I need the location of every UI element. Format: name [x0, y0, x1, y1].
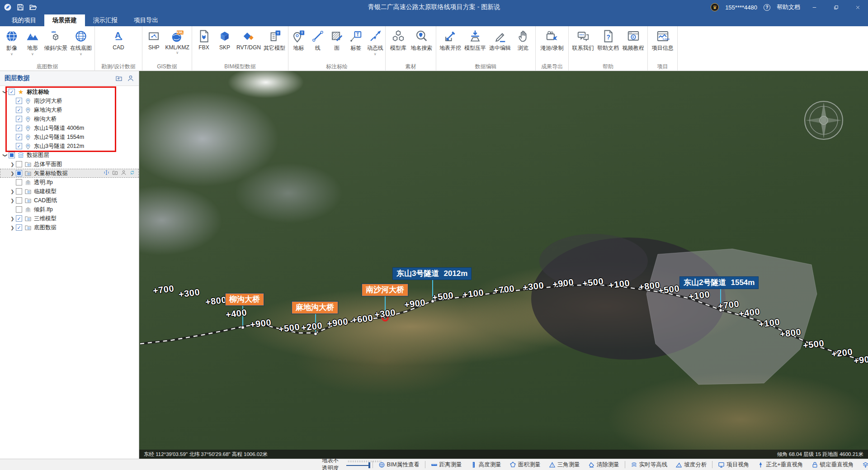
ribbon-button-SHP[interactable]: SHP: [145, 29, 163, 51]
bridge-label-麻地沟大桥[interactable]: 麻地沟大桥: [292, 301, 338, 314]
ribbon-button-RVT/DGN[interactable]: RVT/DGN: [236, 29, 261, 51]
bridge-label-柳沟大桥[interactable]: 柳沟大桥: [225, 293, 264, 306]
tab-项目导出[interactable]: 项目导出: [126, 14, 166, 26]
ribbon-button-地形[interactable]: 地形∨: [24, 29, 42, 56]
layer-tree-item-矢量标绘数据[interactable]: ❯矢量标绘数据: [0, 169, 139, 178]
layer-tree-item-麻地沟大桥[interactable]: ✓麻地沟大桥: [0, 105, 139, 114]
expand-arrow-icon[interactable]: ❯: [9, 171, 16, 176]
ribbon-button-选中编辑[interactable]: 选中编辑: [489, 29, 511, 52]
tab-我的项目[interactable]: 我的项目: [4, 14, 44, 26]
surface-opacity-slider[interactable]: [346, 461, 371, 468]
layer-checkbox[interactable]: ✓: [16, 125, 22, 131]
layer-checkbox[interactable]: [16, 179, 22, 185]
close-button[interactable]: [850, 1, 865, 13]
tab-演示汇报[interactable]: 演示汇报: [85, 14, 126, 26]
expand-arrow-icon[interactable]: ❯: [9, 225, 16, 230]
layer-checkbox[interactable]: ✓: [16, 143, 22, 149]
layer-checkbox[interactable]: [16, 197, 22, 204]
ribbon-button-帮助文档[interactable]: ?帮助文档: [597, 29, 619, 52]
layer-tree-item-临建模型[interactable]: ❯临建模型: [0, 187, 139, 196]
ribbon-button-SKP[interactable]: SKP: [216, 29, 234, 51]
help-circle-icon[interactable]: ?: [764, 4, 770, 11]
collapse-folders-icon[interactable]: [115, 75, 123, 82]
slider-handle[interactable]: [368, 462, 370, 468]
expand-arrow-icon[interactable]: ❯: [9, 216, 16, 221]
tab-场景搭建[interactable]: 场景搭建: [44, 14, 85, 26]
ribbon-button-影像[interactable]: 影像∨: [3, 29, 21, 56]
add-folder-action[interactable]: [112, 170, 118, 177]
tool-坡度分析[interactable]: 坡度分析: [671, 461, 711, 469]
expand-arrow-icon[interactable]: ❯: [9, 189, 16, 194]
sync-action[interactable]: [129, 170, 135, 177]
expand-arrow-icon[interactable]: ❯: [9, 162, 16, 167]
layer-checkbox[interactable]: [16, 206, 22, 213]
ribbon-button-浏览[interactable]: 浏览: [514, 29, 532, 52]
ribbon-button-标签[interactable]: T标签: [347, 29, 365, 52]
layer-tree-item-透明.lfp[interactable]: 透明.lfp: [0, 178, 139, 187]
ribbon-button-地名搜索[interactable]: 地名搜索: [410, 29, 432, 52]
chevron-down-icon[interactable]: ∨: [80, 52, 82, 56]
tool-正北+垂直视角[interactable]: 正北+垂直视角: [753, 461, 807, 469]
layer-checkbox[interactable]: [9, 152, 15, 158]
compass-icon[interactable]: [805, 101, 843, 139]
tool-高度测量[interactable]: 高度测量: [466, 461, 505, 469]
tool-项目视角[interactable]: 项目视角: [714, 461, 753, 469]
layer-tree-item-总体平面图[interactable]: ❯总体平面图: [0, 160, 139, 169]
layer-tree-item-三维模型[interactable]: ❯✓三维模型: [0, 214, 139, 223]
minimize-button[interactable]: [807, 1, 822, 13]
tool-地下视角[interactable]: 地下视角: [858, 461, 868, 469]
layer-checkbox[interactable]: ✓: [16, 134, 22, 140]
ribbon-button-地标[interactable]: T地标: [289, 29, 307, 52]
ribbon-button-模型压平[interactable]: 模型压平: [464, 29, 486, 52]
chevron-down-icon[interactable]: ∨: [176, 51, 179, 54]
rename-action[interactable]: [104, 170, 109, 177]
ribbon-button-漫游/录制[interactable]: 漫游/录制: [540, 29, 563, 52]
tool-三角测量[interactable]: 三角测量: [545, 461, 584, 469]
plot-user-icon[interactable]: [127, 75, 134, 82]
tunnel-label-东山3号隧道[interactable]: 东山3号隧道2012m: [392, 267, 472, 280]
ribbon-button-线[interactable]: 线: [309, 29, 327, 52]
tool-清除测量[interactable]: 清除测量: [584, 461, 623, 469]
ribbon-button-视频教程[interactable]: 视频教程: [623, 29, 644, 52]
layer-checkbox[interactable]: ✓: [16, 107, 22, 113]
open-folder-icon[interactable]: [29, 3, 37, 11]
layer-checkbox[interactable]: ✓: [16, 224, 22, 231]
tunnel-label-东山2号隧道[interactable]: 东山2号隧道1554m: [679, 276, 759, 289]
layer-checkbox[interactable]: ✓: [16, 215, 22, 222]
save-icon[interactable]: [16, 3, 24, 11]
layer-tree-item-东山3号隧道 2012m[interactable]: ✓东山3号隧道 2012m: [0, 142, 139, 151]
help-doc-link[interactable]: 帮助文档: [777, 3, 800, 11]
map-viewport[interactable]: 柳沟大桥麻地沟大桥南沙河大桥东山3号隧道2012m东山2号隧道1554m+700…: [139, 71, 868, 459]
layer-checkbox[interactable]: ✓: [16, 116, 22, 122]
ribbon-button-CAD[interactable]: ACAD: [109, 29, 127, 51]
layer-tree-item-CAD图纸[interactable]: ❯CAD图纸: [0, 196, 139, 205]
layer-checkbox[interactable]: [16, 188, 22, 195]
ribbon-button-项目信息[interactable]: Logo项目信息: [652, 29, 674, 52]
chevron-down-icon[interactable]: ∨: [374, 52, 377, 56]
tool-锁定垂直视角[interactable]: 锁定垂直视角: [807, 461, 858, 469]
ribbon-button-动态线[interactable]: 动态线∨: [366, 29, 384, 56]
layer-tree-item-东山2号隧道 1554m[interactable]: ✓东山2号隧道 1554m: [0, 133, 139, 142]
layer-tree-item-倾斜.lfp[interactable]: 倾斜.lfp: [0, 205, 139, 214]
layer-tree-item-标注标绘[interactable]: ❯✓★标注标绘: [0, 87, 139, 96]
layer-checkbox[interactable]: ✓: [16, 98, 22, 104]
user-action[interactable]: [121, 170, 127, 177]
tool-距离测量[interactable]: 距离测量: [427, 461, 466, 469]
layer-tree-item-底图数据[interactable]: ❯✓底图数据: [0, 223, 139, 232]
ribbon-button-KML/KMZ[interactable]: KMLKML/KMZ∨: [165, 29, 189, 54]
chevron-down-icon[interactable]: ∨: [31, 52, 34, 56]
account-number[interactable]: 155****4480: [725, 4, 757, 11]
ribbon-button-联系我们[interactable]: 联系我们: [572, 29, 594, 52]
ribbon-button-倾斜/实景[interactable]: 倾斜/实景: [44, 29, 67, 52]
tool-实时等高线[interactable]: 实时等高线: [627, 461, 672, 469]
layer-checkbox[interactable]: [16, 161, 22, 167]
collapse-arrow-icon[interactable]: ❯: [3, 89, 8, 95]
layer-tree-item-数据图层[interactable]: ❯数据图层: [0, 151, 139, 160]
layer-tree-item-东山1号隧道 4006m[interactable]: ✓东山1号隧道 4006m: [0, 123, 139, 133]
expand-arrow-icon[interactable]: ❯: [9, 198, 16, 203]
ribbon-button-在线底图[interactable]: 在线底图∨: [70, 29, 92, 56]
restore-button[interactable]: [828, 1, 844, 13]
layer-tree-item-南沙河大桥[interactable]: ✓南沙河大桥: [0, 96, 139, 105]
tool-面积测量[interactable]: 面积测量: [505, 461, 545, 469]
layer-checkbox[interactable]: ✓: [9, 89, 15, 95]
